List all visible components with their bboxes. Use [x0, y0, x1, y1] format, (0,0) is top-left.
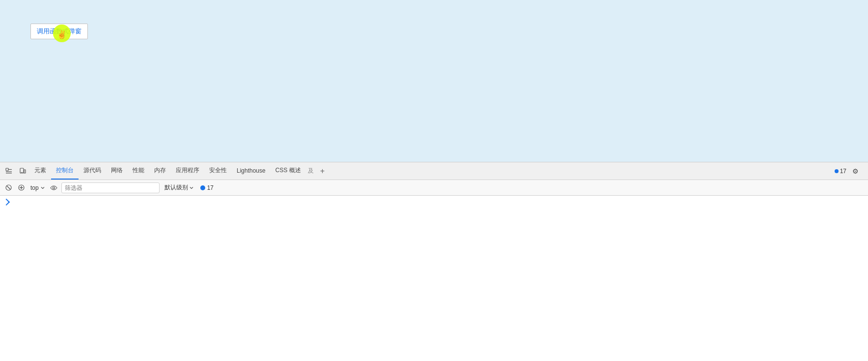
tab-memory[interactable]: 内存 — [149, 162, 171, 180]
toolbar-message-count: 17 — [200, 184, 214, 191]
tab-css-overview[interactable]: CSS 概述 — [271, 162, 306, 180]
live-expressions-button[interactable] — [49, 182, 59, 193]
device-toggle-button[interactable] — [16, 164, 29, 178]
clear-console-button[interactable] — [3, 182, 14, 193]
css-overview-icon: 及 — [306, 167, 316, 175]
inspect-element-button[interactable] — [2, 164, 16, 178]
tab-console[interactable]: 控制台 — [51, 162, 79, 180]
devtools-tabs-row: 元素 控制台 源代码 网络 性能 内存 应用程序 安全性 Lighthouse … — [0, 162, 868, 180]
message-count-badge: 17 — [835, 168, 846, 175]
console-content — [0, 196, 868, 361]
invoke-dialog-button[interactable]: 调用函数式弹窗 — [30, 24, 88, 39]
context-label: top — [30, 184, 39, 191]
level-label: 默认级别 — [164, 183, 188, 192]
preserve-log-button[interactable] — [16, 182, 27, 193]
context-selector[interactable]: top — [28, 183, 47, 192]
tab-sources[interactable]: 源代码 — [79, 162, 106, 180]
toolbar-blue-dot-icon — [200, 185, 205, 190]
add-tab-button[interactable]: + — [316, 164, 329, 178]
page-area: 调用函数式弹窗 ✌ — [0, 0, 868, 162]
log-level-selector[interactable]: 默认级别 — [162, 182, 196, 193]
settings-button[interactable]: ⚙ — [848, 164, 862, 178]
toolbar-count-number: 17 — [207, 184, 214, 191]
svg-rect-0 — [6, 168, 8, 171]
tab-network[interactable]: 网络 — [106, 162, 128, 180]
chevron-right-icon — [3, 199, 10, 206]
svg-rect-5 — [24, 170, 26, 173]
message-count-number: 17 — [840, 168, 846, 175]
tab-performance[interactable]: 性能 — [128, 162, 149, 180]
blue-dot-icon — [835, 169, 839, 173]
console-expand-row[interactable] — [4, 199, 864, 206]
svg-line-8 — [7, 186, 10, 189]
tab-security[interactable]: 安全性 — [204, 162, 232, 180]
tab-elements[interactable]: 元素 — [29, 162, 51, 180]
tab-lighthouse[interactable]: Lighthouse — [232, 162, 271, 180]
filter-input[interactable] — [61, 182, 160, 193]
tab-right-icons: 17 ⚙ — [835, 164, 866, 178]
svg-point-12 — [53, 187, 55, 189]
tab-application[interactable]: 应用程序 — [171, 162, 204, 180]
devtools-panel: 元素 控制台 源代码 网络 性能 内存 应用程序 安全性 Lighthouse … — [0, 162, 868, 361]
console-toolbar: top 默认级别 17 — [0, 180, 868, 196]
